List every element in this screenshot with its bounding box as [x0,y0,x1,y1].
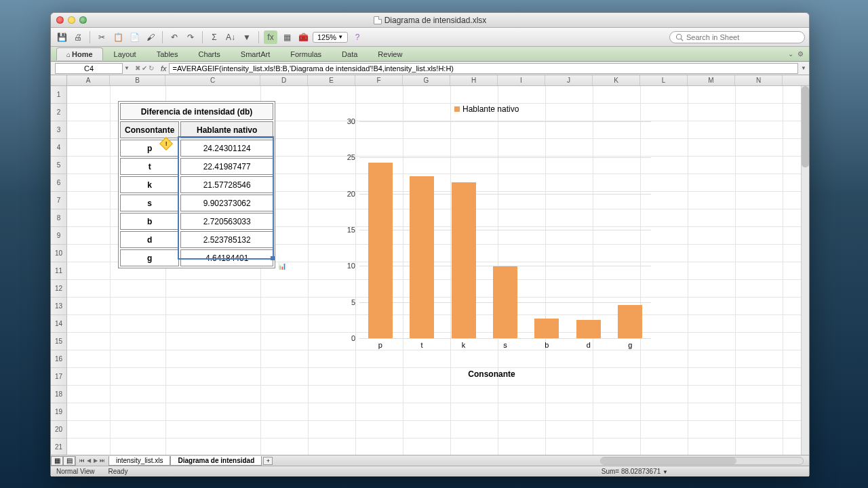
search-input[interactable] [686,33,799,41]
row-header[interactable]: 19 [51,403,67,421]
column-header[interactable]: K [593,75,640,85]
status-sum[interactable]: Sum= 88.02873671 ▼ [601,468,668,475]
bar[interactable] [576,320,601,338]
filter-icon[interactable]: ▼ [240,30,254,44]
row-header[interactable]: 2 [51,104,67,121]
quick-analysis-icon[interactable]: 📊 [278,262,289,273]
column-header[interactable]: H [450,75,498,85]
tab-home[interactable]: ⌂Home [56,47,103,60]
bar[interactable] [410,176,434,338]
format-painter-icon[interactable]: 🖌 [144,30,157,44]
save-icon[interactable]: 💾 [55,30,68,44]
prev-tab-icon[interactable]: ◀ [85,458,92,464]
row-header[interactable]: 7 [51,192,67,209]
row-header[interactable]: 12 [51,280,67,298]
name-box[interactable]: C4 [55,63,123,74]
help-icon[interactable]: ? [351,30,364,44]
search-box[interactable] [669,31,805,43]
column-header[interactable]: N [735,75,783,85]
row-header[interactable]: 13 [51,298,67,315]
row-header[interactable]: 8 [51,209,67,227]
column-header[interactable]: G [403,75,450,85]
page-view-button[interactable]: ▤ [63,456,75,466]
column-header[interactable]: I [498,75,545,85]
fx-toggle-icon[interactable]: fx [264,30,277,44]
table-row[interactable]: s9.902373062 [120,195,273,211]
sheet-tab-0[interactable]: intensity_list.xls [108,456,170,466]
sheet-tab-1[interactable]: Diagrama de intensidad [170,456,262,466]
table-row[interactable]: p24.24301124 [120,140,273,157]
formula-input[interactable]: =AVERAGEIF(intensity_list.xls!B:B,'Diagr… [169,63,798,74]
sum-icon[interactable]: Σ [208,30,221,44]
chart[interactable]: Hablante nativoDiferencia de intensidad … [322,101,661,379]
table-row[interactable]: b2.720563033 [120,213,273,230]
table-row[interactable]: t22.41987477 [120,158,273,175]
tab-data[interactable]: Data [332,48,367,60]
last-tab-icon[interactable]: ⏭ [99,458,106,464]
enter-formula-icon[interactable]: ✔ [142,64,147,72]
tab-layout[interactable]: Layout [104,48,146,60]
tab-charts[interactable]: Charts [189,48,229,60]
data-table[interactable]: Diferencia de intensidad (db)Consontante… [118,101,275,268]
tab-formulas[interactable]: Formulas [281,48,331,60]
tab-tables[interactable]: Tables [147,48,188,60]
bar[interactable] [493,266,517,338]
column-header[interactable]: J [545,75,593,85]
vertical-scrollbar[interactable] [801,86,809,455]
toolbox-icon[interactable]: 🧰 [296,30,310,44]
chevron-down-icon[interactable]: ⌄ [788,50,793,58]
normal-view-button[interactable]: ▦ [51,456,63,466]
gear-icon[interactable]: ⚙ [797,50,804,58]
add-sheet-button[interactable]: + [263,457,273,465]
bar[interactable] [534,319,559,338]
paste-icon[interactable]: 📄 [127,30,141,44]
row-header[interactable]: 21 [51,439,67,455]
column-header[interactable]: C [165,75,260,85]
row-header[interactable]: 18 [51,386,67,403]
row-header[interactable]: 1 [51,86,67,104]
undo-icon[interactable]: ↶ [167,30,181,44]
column-header[interactable]: B [110,75,165,85]
row-header[interactable]: 6 [51,174,67,192]
formula-expand-icon[interactable]: ▼ [798,65,809,71]
tab-review[interactable]: Review [368,48,412,60]
redo-icon[interactable]: ↷ [184,30,197,44]
zoom-select[interactable]: 125% ▼ [313,32,348,43]
column-header[interactable]: M [688,75,735,85]
column-header[interactable]: F [355,75,403,85]
table-row[interactable]: g4.64184401 [120,249,273,266]
bar[interactable] [452,182,476,338]
cancel-formula-icon[interactable]: ✖ [135,64,140,72]
select-all-corner[interactable] [51,75,67,85]
horizontal-scrollbar[interactable] [600,457,804,465]
row-header[interactable]: 10 [51,245,67,262]
bar[interactable] [368,163,393,338]
first-tab-icon[interactable]: ⏮ [79,458,85,464]
table-row[interactable]: d2.523785132 [120,231,273,248]
show-icon[interactable]: ▦ [280,30,294,44]
cut-icon[interactable]: ✂ [95,30,108,44]
print-icon[interactable]: 🖨 [71,30,85,44]
row-header[interactable]: 4 [51,139,67,157]
row-header[interactable]: 20 [51,421,67,439]
row-header[interactable]: 5 [51,157,67,174]
row-header[interactable]: 16 [51,350,67,368]
row-header[interactable]: 14 [51,315,67,333]
next-tab-icon[interactable]: ▶ [92,458,99,464]
tab-smartart[interactable]: SmartArt [231,48,279,60]
table-row[interactable]: k21.57728546 [120,176,273,193]
name-box-dropdown[interactable]: ▼ [123,65,131,71]
spreadsheet-grid[interactable]: ABCDEFGHIJKLMN 1234567891011121314151617… [51,75,809,455]
row-header[interactable]: 3 [51,121,67,139]
column-header[interactable]: A [67,75,110,85]
row-header[interactable]: 15 [51,333,67,350]
column-header[interactable]: D [260,75,308,85]
bar[interactable] [618,305,642,339]
row-header[interactable]: 17 [51,368,67,386]
row-header[interactable]: 11 [51,262,67,280]
sort-icon[interactable]: A↓ [224,30,237,44]
row-header[interactable]: 9 [51,227,67,245]
column-header[interactable]: E [308,75,355,85]
column-header[interactable]: L [640,75,688,85]
copy-icon[interactable]: 📋 [111,30,125,44]
